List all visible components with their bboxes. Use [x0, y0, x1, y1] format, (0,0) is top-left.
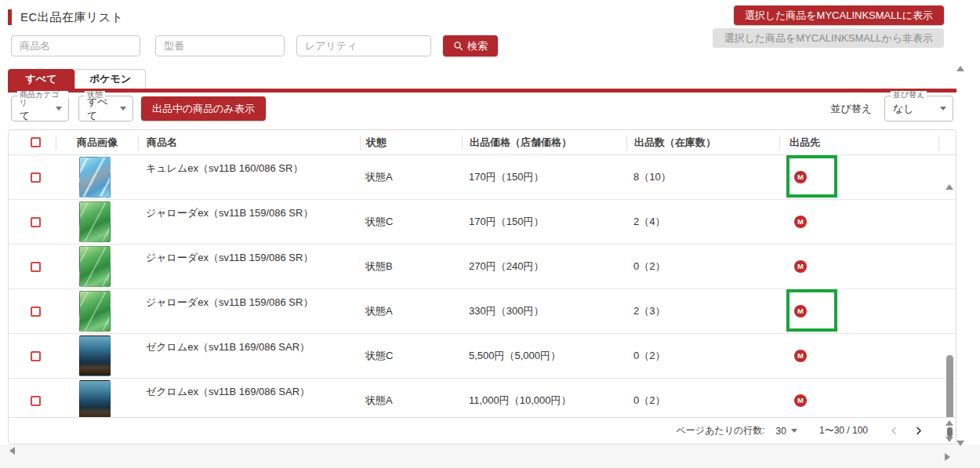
- scroll-down-arrow[interactable]: [946, 437, 953, 442]
- table-row: ジャローダex（sv11B 159/086 SR） 状態C 170円（150円）…: [9, 200, 956, 245]
- product-condition: 状態A: [360, 155, 462, 199]
- product-card-image: [79, 246, 111, 287]
- product-quantity: 2（4）: [626, 200, 779, 244]
- search-bar: 検索: [11, 35, 498, 56]
- product-condition: 状態A: [360, 289, 462, 333]
- mycalinks-mall-icon: M: [794, 350, 807, 362]
- product-condition: 状態A: [360, 379, 462, 417]
- chevron-down-icon: [940, 107, 946, 111]
- row-checkbox[interactable]: [31, 351, 41, 361]
- sort-select-value: なし: [893, 102, 914, 116]
- column-header-name: 商品名: [138, 136, 360, 150]
- scroll-up-arrow[interactable]: [946, 184, 953, 190]
- top-action-buttons: 選択した商品をMYCALINKSMALLに表示 選択した商品をMYCALINKS…: [713, 5, 944, 48]
- chevron-down-icon: [120, 107, 126, 111]
- select-all-checkbox[interactable]: [31, 137, 41, 147]
- next-page-button[interactable]: [913, 425, 924, 437]
- tab-underline-bar: [8, 89, 956, 93]
- product-price: 5,500円（5,000円）: [462, 334, 626, 378]
- column-header-image: 商品画像: [56, 136, 138, 150]
- page-scroll-right-arrow[interactable]: [945, 453, 950, 461]
- product-quantity: 0（2）: [626, 379, 779, 417]
- row-checkbox[interactable]: [31, 307, 41, 317]
- product-price: 270円（240円）: [462, 245, 626, 288]
- tab-all[interactable]: すべて: [8, 69, 74, 89]
- product-price: 11,000円（10,000円）: [462, 379, 626, 417]
- table-row: ゼクロムex（sv11B 169/086 SAR） 状態C 5,500円（5,0…: [9, 334, 956, 379]
- product-card-image: [79, 380, 111, 417]
- product-quantity: 8（10）: [626, 155, 779, 199]
- chevron-right-icon: [913, 425, 924, 437]
- page-scroll-up-arrow[interactable]: [956, 66, 964, 71]
- product-card-image: [79, 157, 111, 198]
- product-name: ジャローダex（sv11B 159/086 SR）: [138, 245, 360, 288]
- ec-inventory-app: EC出品在庫リスト 選択した商品をMYCALINKSMALLに表示 選択した商品…: [0, 0, 980, 468]
- column-header-destination: 出品先: [779, 136, 939, 150]
- pagination-bar: ページあたりの行数: 30 1〜30 / 100: [9, 417, 956, 444]
- product-name: ゼクロムex（sv11B 169/086 SAR）: [138, 379, 360, 417]
- product-card-image: [79, 201, 111, 242]
- chevron-down-icon: [56, 107, 62, 111]
- row-checkbox[interactable]: [31, 217, 41, 227]
- filter-row: 商品カテゴリ すべて 状態 すべて 出品中の商品のみ表示 並び替え 並び替え な…: [11, 95, 953, 122]
- previous-page-button[interactable]: [888, 425, 900, 437]
- page-header: EC出品在庫リスト: [8, 9, 123, 25]
- product-name: ゼクロムex（sv11B 169/086 SAR）: [138, 334, 360, 378]
- product-name: キュレムex（sv11B 160/086 SR）: [138, 155, 360, 199]
- rows-per-page-value: 30: [776, 426, 786, 437]
- model-number-input[interactable]: [155, 35, 285, 56]
- product-price: 170円（150円）: [462, 200, 626, 244]
- sort-select-label: 並び替え: [891, 91, 927, 99]
- column-header-condition: 状態: [360, 136, 462, 150]
- hide-from-mall-button[interactable]: 選択した商品をMYCALINKSMALLから非表示: [713, 28, 944, 48]
- category-select[interactable]: 商品カテゴリ すべて: [11, 96, 69, 122]
- row-checkbox[interactable]: [31, 396, 41, 406]
- listed-only-button[interactable]: 出品中の商品のみ表示: [141, 96, 266, 121]
- inventory-table: 商品画像 商品名 状態 出品価格（店舗価格） 出品数（在庫数） 出品先 キュレム…: [8, 129, 956, 444]
- row-checkbox[interactable]: [31, 262, 41, 272]
- search-button[interactable]: 検索: [443, 35, 498, 56]
- rows-per-page-select[interactable]: 30: [776, 426, 797, 437]
- rows-per-page-label: ページあたりの行数:: [677, 424, 765, 437]
- highlight-annotation-box: [786, 289, 837, 332]
- product-name: ジャローダex（sv11B 159/086 SR）: [138, 200, 360, 244]
- sort-select[interactable]: 並び替え なし: [884, 96, 953, 122]
- product-price: 330円（300円）: [462, 289, 626, 333]
- product-name-input[interactable]: [11, 35, 140, 56]
- pagination-mini-scrollbar[interactable]: [945, 420, 955, 442]
- tab-pokemon[interactable]: ポケモン: [74, 69, 146, 89]
- page-background-strip: [0, 444, 980, 468]
- product-quantity: 0（2）: [626, 245, 779, 288]
- table-row: ジャローダex（sv11B 159/086 SR） 状態B 270円（240円）…: [9, 245, 956, 289]
- category-tabs: すべて ポケモン: [8, 69, 146, 89]
- search-button-label: 検索: [467, 39, 488, 53]
- show-on-mall-button[interactable]: 選択した商品をMYCALINKSMALLに表示: [734, 5, 944, 25]
- scroll-up-arrow[interactable]: [946, 420, 953, 426]
- scrollbar-thumb[interactable]: [946, 355, 953, 417]
- table-header-row: 商品画像 商品名 状態 出品価格（店舗価格） 出品数（在庫数） 出品先: [9, 130, 956, 155]
- row-checkbox[interactable]: [31, 172, 41, 183]
- product-condition: 状態C: [360, 200, 462, 244]
- chevron-down-icon: [791, 429, 797, 433]
- page-scroll-down-arrow[interactable]: [956, 441, 964, 446]
- chevron-left-icon: [888, 425, 900, 437]
- page-title: EC出品在庫リスト: [20, 10, 123, 25]
- table-row: ゼクロムex（sv11B 169/086 SAR） 状態A 11,000円（10…: [9, 379, 956, 417]
- table-body: キュレムex（sv11B 160/086 SR） 状態A 170円（150円） …: [9, 155, 956, 417]
- pagination-range: 1〜30 / 100: [819, 424, 868, 437]
- column-header-quantity: 出品数（在庫数）: [626, 136, 779, 150]
- search-icon: [453, 41, 463, 51]
- table-vertical-scrollbar[interactable]: [945, 181, 955, 417]
- sort-caption: 並び替え: [830, 102, 872, 116]
- sort-group: 並び替え 並び替え なし: [830, 96, 953, 122]
- mycalinks-mall-icon: M: [794, 216, 807, 228]
- product-condition: 状態B: [360, 245, 462, 288]
- rarity-input[interactable]: [296, 35, 431, 56]
- product-price: 170円（150円）: [462, 155, 626, 199]
- condition-select[interactable]: 状態 すべて: [78, 96, 133, 122]
- product-quantity: 2（3）: [626, 289, 779, 333]
- scrollbar-thumb[interactable]: [947, 427, 953, 437]
- title-accent-bar: [8, 9, 12, 25]
- table-row: ジャローダex（sv11B 159/086 SR） 状態A 330円（300円）…: [9, 289, 956, 334]
- page-scroll-left-arrow[interactable]: [9, 447, 15, 455]
